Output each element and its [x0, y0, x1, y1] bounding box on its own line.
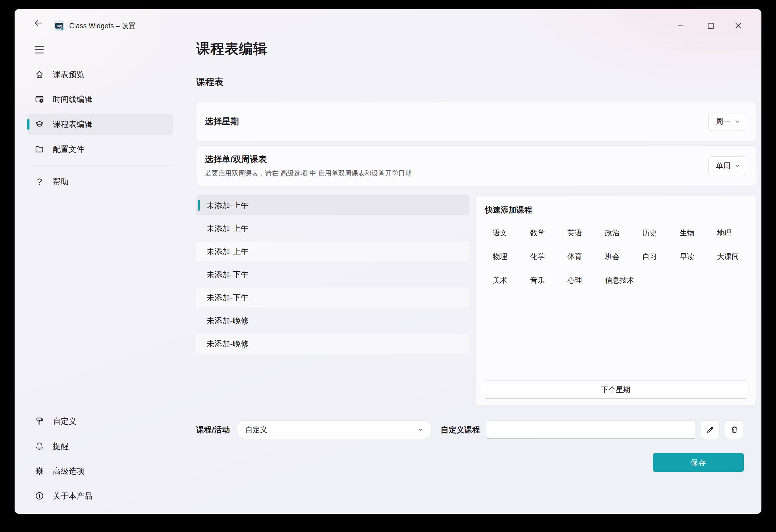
class-slot-row[interactable]: 未添加-上午 [196, 218, 469, 238]
week-parity-dropdown[interactable]: 单周 [708, 156, 746, 175]
subject-button[interactable]: 物理 [485, 252, 522, 261]
subject-button[interactable]: 语文 [485, 228, 522, 238]
maximize-button[interactable] [705, 20, 717, 32]
save-button[interactable]: 保存 [653, 453, 744, 472]
course-type-value: 自定义 [245, 425, 267, 434]
subject-button[interactable]: 体育 [560, 252, 597, 261]
subject-button[interactable]: 地理 [709, 228, 747, 238]
gear-icon [35, 466, 44, 476]
subject-button[interactable]: 早读 [672, 252, 709, 261]
class-slot-label: 未添加-晚修 [206, 339, 249, 349]
class-slot-row[interactable]: 未添加-上午 [196, 241, 469, 261]
subject-button[interactable]: 数学 [522, 228, 560, 238]
paint-brush-icon [35, 416, 44, 426]
weekday-dropdown-value: 周一 [716, 117, 731, 126]
subject-button[interactable]: 英语 [560, 228, 597, 238]
home-icon [35, 69, 44, 79]
next-week-button[interactable]: 下个星期 [483, 380, 748, 399]
sidebar-item-label: 课表预览 [53, 69, 84, 80]
sidebar-item-label: 帮助 [53, 176, 68, 187]
question-mark-icon: ? [35, 177, 44, 186]
timeline-clock-icon [35, 95, 44, 104]
graduation-cap-icon [35, 119, 44, 129]
weekday-dropdown[interactable]: 周一 [708, 112, 746, 131]
select-weekday-card: 选择星期 周一 [196, 102, 756, 141]
sidebar-item-reminders[interactable]: 提醒 [27, 435, 173, 457]
week-parity-description: 若要启用双周课表，请在“高级选项”中 启用单双周课表和设置开学日期 [205, 169, 756, 178]
section-title: 课程表 [196, 76, 756, 88]
sidebar-item-about[interactable]: 关于本产品 [27, 485, 173, 507]
course-editor-row: 课程/活动 自定义 自定义课程 [196, 420, 756, 439]
subject-button[interactable]: 大课间 [709, 252, 747, 261]
week-parity-card: 选择单/双周课表 若要启用双周课表，请在“高级选项”中 启用单双周课表和设置开学… [196, 146, 756, 186]
subject-button[interactable]: 政治 [597, 228, 634, 238]
maximize-icon [707, 22, 715, 30]
minimize-icon [677, 22, 685, 30]
class-slot-label: 未添加-上午 [206, 246, 249, 257]
quick-add-title: 快速添加课程 [485, 205, 747, 215]
subject-grid: 语文 数学 英语 政治 历史 生物 地理 物理 化学 体育 班会 自习 早读 大… [485, 228, 747, 285]
week-parity-title: 选择单/双周课表 [205, 154, 756, 165]
sidebar-item-help[interactable]: ? 帮助 [27, 171, 173, 192]
sidebar-item-label: 自定义 [53, 416, 76, 426]
title-bar: cw Class Widgets – 设置 [15, 9, 761, 36]
sidebar-item-schedule-preview[interactable]: 课表预览 [27, 64, 173, 85]
sidebar-item-timeline-edit[interactable]: 时间线编辑 [27, 89, 173, 110]
subject-button[interactable]: 音乐 [522, 276, 560, 285]
hamburger-menu-button[interactable] [30, 41, 50, 58]
back-button[interactable] [32, 17, 45, 29]
arrow-left-icon [33, 18, 43, 28]
trash-icon [730, 425, 739, 434]
sidebar-item-label: 时间线编辑 [53, 94, 92, 105]
minimize-button[interactable] [674, 20, 687, 32]
class-slot-row[interactable]: 未添加-上午 [196, 195, 469, 215]
class-slot-row[interactable]: 未添加-下午 [196, 264, 469, 285]
sidebar-item-label: 提醒 [53, 441, 68, 452]
sidebar-item-label: 配置文件 [53, 144, 84, 155]
course-type-select[interactable]: 自定义 [237, 420, 431, 439]
class-slot-label: 未添加-下午 [206, 270, 249, 280]
subject-button[interactable]: 心理 [560, 276, 597, 285]
subject-button[interactable]: 美术 [485, 276, 522, 285]
main-content: 课程表编辑 课程表 选择星期 周一 选择单/双周课表 若要启用双周课表，请在“高… [179, 39, 761, 472]
class-slot-row[interactable]: 未添加-晚修 [196, 311, 469, 331]
bell-icon [35, 441, 44, 451]
close-icon [734, 22, 742, 30]
app-window: cw Class Widgets – 设置 [15, 9, 761, 514]
sidebar-bottom-group: 自定义 提醒 [27, 410, 173, 510]
sidebar-item-label: 高级选项 [53, 466, 84, 477]
subject-button[interactable]: 历史 [634, 228, 672, 238]
chevron-down-icon [735, 119, 740, 124]
window-title: Class Widgets – 设置 [69, 21, 136, 31]
chevron-down-icon [735, 163, 740, 169]
sidebar-item-label: 关于本产品 [53, 491, 92, 501]
folder-icon [35, 144, 44, 154]
close-button[interactable] [732, 20, 744, 32]
page-title: 课程表编辑 [196, 39, 756, 58]
custom-course-label: 自定义课程 [440, 424, 480, 435]
sidebar-item-customize[interactable]: 自定义 [27, 410, 173, 432]
subject-button[interactable]: 自习 [634, 252, 672, 261]
sidebar-item-advanced-options[interactable]: 高级选项 [27, 460, 173, 482]
class-slot-label: 未添加-上午 [206, 223, 249, 234]
select-weekday-label: 选择星期 [205, 116, 239, 127]
class-slot-row[interactable]: 未添加-晚修 [196, 334, 469, 354]
subject-button[interactable]: 班会 [597, 252, 634, 261]
class-slot-label: 未添加-晚修 [206, 316, 249, 326]
edit-button[interactable] [701, 420, 720, 439]
sidebar-item-schedule-edit[interactable]: 课程表编辑 [27, 114, 173, 135]
custom-course-input[interactable] [486, 420, 695, 439]
save-row: 保存 [196, 453, 756, 472]
class-slot-row[interactable]: 未添加-下午 [196, 288, 469, 308]
class-slot-label: 未添加-上午 [206, 200, 249, 211]
sidebar-item-profiles[interactable]: 配置文件 [27, 139, 173, 160]
sidebar-separator [28, 165, 172, 166]
subject-button[interactable]: 生物 [672, 228, 709, 238]
delete-button[interactable] [725, 420, 744, 439]
schedule-columns: 未添加-上午 未添加-上午 未添加-上午 未添加-下午 未添加-下午 未添加-晚… [196, 195, 756, 406]
sidebar-item-label: 课程表编辑 [53, 119, 92, 130]
subject-button[interactable]: 化学 [522, 252, 560, 261]
chevron-down-icon [418, 427, 423, 432]
class-slot-list: 未添加-上午 未添加-上午 未添加-上午 未添加-下午 未添加-下午 未添加-晚… [196, 195, 469, 357]
subject-button[interactable]: 信息技术 [597, 276, 634, 285]
